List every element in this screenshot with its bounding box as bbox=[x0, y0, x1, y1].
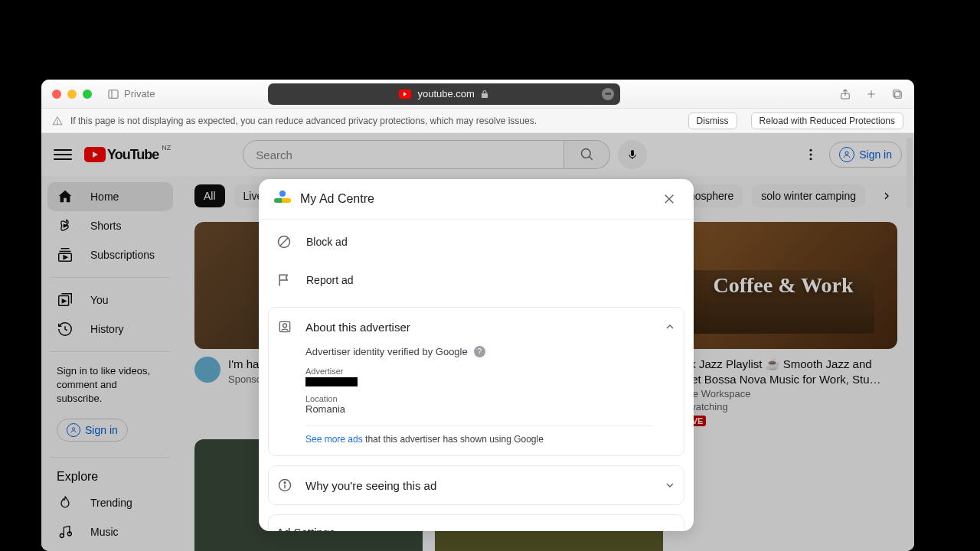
modal-header: My Ad Centre bbox=[259, 179, 694, 220]
about-advertiser-card: About this advertiser Advertiser identit… bbox=[268, 307, 684, 456]
svg-rect-2 bbox=[482, 93, 488, 98]
new-tab-icon[interactable] bbox=[865, 88, 877, 100]
svg-point-40 bbox=[283, 324, 287, 328]
svg-rect-6 bbox=[895, 91, 902, 98]
youtube-app: YouTube NZ Search Sign in bbox=[41, 133, 914, 551]
titlebar: Private youtube.com ••• bbox=[41, 80, 914, 109]
scrollbar-thumb[interactable] bbox=[906, 138, 913, 208]
see-more-ads: See more ads that this advertiser has sh… bbox=[305, 434, 653, 445]
block-icon bbox=[276, 233, 292, 250]
minimize-window-button[interactable] bbox=[67, 90, 77, 99]
address-bar[interactable]: youtube.com ••• bbox=[268, 83, 620, 105]
toolbar-right bbox=[839, 88, 903, 100]
advertiser-label: Advertiser bbox=[305, 367, 653, 376]
see-more-ads-link[interactable]: See more ads bbox=[305, 434, 363, 445]
url-text: youtube.com bbox=[417, 88, 474, 99]
chevron-up-icon bbox=[664, 321, 676, 333]
warning-icon bbox=[52, 116, 63, 126]
dismiss-button[interactable]: Dismiss bbox=[688, 112, 737, 129]
svg-point-43 bbox=[284, 482, 286, 484]
reload-protections-button[interactable]: Reload with Reduced Protections bbox=[751, 112, 903, 129]
why-seeing-ad-toggle[interactable]: Why you're seeing this ad bbox=[269, 466, 684, 504]
ad-centre-logo-icon bbox=[274, 191, 291, 207]
verified-text: Advertiser identity verified by Google bbox=[305, 346, 468, 357]
close-window-button[interactable] bbox=[52, 90, 61, 99]
ad-centre-modal: My Ad Centre Block ad Report ad About th… bbox=[259, 179, 694, 531]
private-label: Private bbox=[124, 88, 155, 99]
svg-point-9 bbox=[57, 122, 58, 123]
page-menu-icon[interactable]: ••• bbox=[602, 88, 614, 100]
close-button[interactable] bbox=[660, 190, 678, 208]
tabs-icon[interactable] bbox=[891, 88, 903, 100]
share-icon[interactable] bbox=[839, 88, 851, 100]
report-ad-button[interactable]: Report ad bbox=[268, 261, 684, 299]
advertiser-name-redacted bbox=[305, 377, 358, 386]
safari-window: Private youtube.com ••• If this page is … bbox=[41, 80, 914, 551]
site-favicon bbox=[399, 90, 411, 99]
chevron-down-icon bbox=[664, 479, 676, 491]
svg-rect-7 bbox=[893, 90, 900, 96]
svg-rect-0 bbox=[109, 90, 118, 98]
why-seeing-ad-card: Why you're seeing this ad bbox=[268, 465, 684, 505]
location-value: Romania bbox=[305, 403, 653, 415]
help-icon[interactable]: ? bbox=[474, 346, 485, 357]
about-advertiser-toggle[interactable]: About this advertiser bbox=[269, 308, 684, 346]
ad-settings-card: Ad Settings bbox=[268, 514, 684, 531]
close-icon bbox=[662, 192, 676, 206]
block-ad-button[interactable]: Block ad bbox=[268, 223, 684, 261]
lock-icon bbox=[481, 90, 488, 99]
sidebar-toggle[interactable]: Private bbox=[107, 88, 155, 100]
flag-icon bbox=[276, 272, 292, 289]
location-label: Location bbox=[305, 394, 653, 403]
privacy-warning-bar: If this page is not displaying as expect… bbox=[41, 109, 914, 133]
modal-title: My Ad Centre bbox=[300, 192, 374, 206]
about-advertiser-content: Advertiser identity verified by Google ?… bbox=[269, 346, 684, 455]
zoom-window-button[interactable] bbox=[83, 90, 92, 99]
svg-line-37 bbox=[280, 238, 288, 246]
info-icon bbox=[276, 477, 293, 494]
ad-settings-toggle[interactable]: Ad Settings bbox=[269, 515, 684, 531]
warning-text: If this page is not displaying as expect… bbox=[70, 116, 537, 126]
modal-actions: Block ad Report ad bbox=[259, 220, 694, 302]
advertiser-icon bbox=[276, 318, 293, 335]
window-controls bbox=[52, 90, 92, 99]
